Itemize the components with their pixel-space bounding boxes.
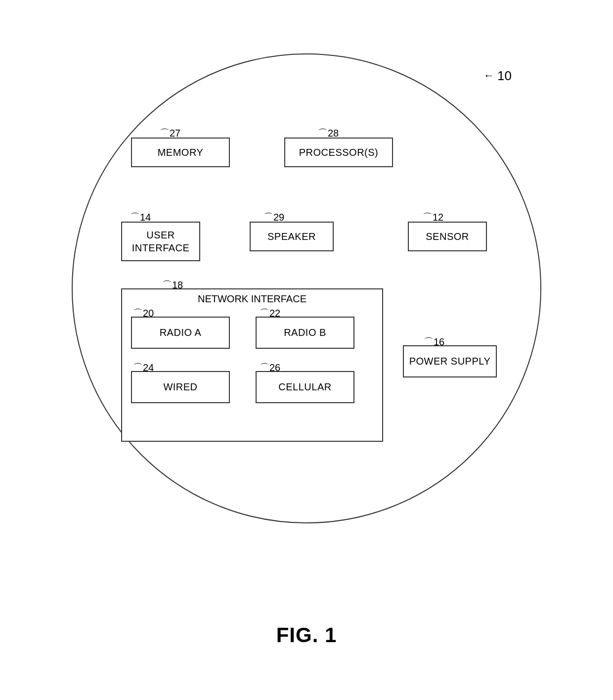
circle-container: ← 10 ⌒27 MEMORY ⌒28 PROCESSOR(S) ⌒14 — [72, 53, 541, 573]
fig-label: FIG. 1 — [276, 623, 337, 647]
radio-b-box: RADIO B — [256, 317, 354, 349]
power-supply-box: POWER SUPPLY — [403, 345, 497, 377]
arrow-icon: ← — [483, 69, 494, 82]
diagram-container: ← 10 ⌒27 MEMORY ⌒28 PROCESSOR(S) ⌒14 — [59, 53, 554, 647]
network-interface-title: NETWORK INTERFACE — [122, 293, 382, 305]
processor-box: PROCESSOR(S) — [284, 138, 393, 167]
page: ← 10 ⌒27 MEMORY ⌒28 PROCESSOR(S) ⌒14 — [0, 0, 613, 700]
user-interface-box: USER INTERFACE — [121, 222, 200, 261]
wired-box: WIRED — [131, 371, 230, 403]
speaker-box: SPEAKER — [250, 222, 334, 251]
ref-10-label: ← 10 — [483, 68, 512, 84]
radio-a-box: RADIO A — [131, 317, 230, 349]
cellular-box: CELLULAR — [256, 371, 354, 403]
sensor-box: SENSOR — [408, 222, 487, 251]
memory-box: MEMORY — [131, 138, 230, 167]
network-interface-box: NETWORK INTERFACE ⌒20 RADIO A ⌒22 RADIO … — [121, 288, 383, 442]
